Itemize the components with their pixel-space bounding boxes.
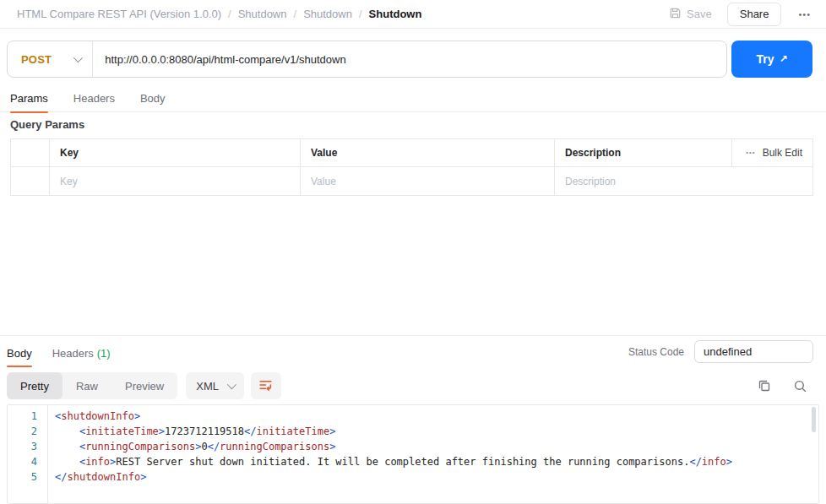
top-bar: HTML Compare REST API (Version 1.0.0)/Sh… xyxy=(0,0,826,29)
view-mode-segmented-control: PrettyRawPreview xyxy=(7,372,177,399)
search-icon[interactable] xyxy=(793,379,807,393)
breadcrumb-separator: / xyxy=(359,8,362,20)
bulk-edit-icon: ••• xyxy=(746,149,755,156)
toolbar-right xyxy=(758,379,819,393)
save-icon xyxy=(669,7,682,22)
topbar-actions: Save Share ••• xyxy=(669,3,812,26)
query-params-table: Key Value Description ••• Bulk Edit Key … xyxy=(10,138,813,196)
description-column-header: Description xyxy=(555,139,732,166)
try-label: Try xyxy=(756,52,774,66)
api-client-page: HTML Compare REST API (Version 1.0.0)/Sh… xyxy=(0,0,826,504)
code-line: <initiateTime>1723712119518</initiateTim… xyxy=(55,424,812,439)
code-line: <shutdownInfo> xyxy=(55,409,812,424)
description-input[interactable]: Description xyxy=(555,167,812,195)
response-tabs: BodyHeaders(1) xyxy=(7,340,111,366)
view-mode-raw[interactable]: Raw xyxy=(62,372,111,399)
tab-params[interactable]: Params xyxy=(10,84,48,112)
share-button[interactable]: Share xyxy=(727,3,782,26)
code-line: <info>REST Server shut down initiated. I… xyxy=(55,454,812,469)
method-label: POST xyxy=(21,53,52,66)
breadcrumb-item[interactable]: Shutdown xyxy=(303,8,352,20)
table-header-row: Key Value Description ••• Bulk Edit xyxy=(11,139,812,167)
chevron-down-icon xyxy=(73,53,83,62)
line-number: 3 xyxy=(8,439,47,454)
format-icon xyxy=(258,377,273,395)
language-label: XML xyxy=(196,380,219,393)
tab-body[interactable]: Body xyxy=(140,84,166,112)
status-code-wrap: Status Code xyxy=(628,340,813,363)
headers-count-badge: (1) xyxy=(97,347,111,360)
bulk-edit-button[interactable]: ••• Bulk Edit xyxy=(732,139,812,166)
format-button[interactable] xyxy=(251,372,281,399)
line-number: 4 xyxy=(8,454,47,469)
save-label: Save xyxy=(687,8,712,20)
line-number-gutter: 12345 xyxy=(8,405,48,503)
response-body-editor[interactable]: 12345 <shutdownInfo> <initiateTime>17237… xyxy=(7,404,819,504)
active-tab-underline xyxy=(7,366,32,367)
response-toolbar: PrettyRawPreview XML xyxy=(7,372,819,399)
line-number: 5 xyxy=(8,469,47,485)
save-button[interactable]: Save xyxy=(669,7,712,22)
breadcrumb: HTML Compare REST API (Version 1.0.0)/Sh… xyxy=(17,8,421,20)
copy-button[interactable] xyxy=(758,379,771,393)
checkbox-column-header xyxy=(11,139,50,166)
view-mode-preview[interactable]: Preview xyxy=(111,372,177,399)
breadcrumb-separator: / xyxy=(228,8,231,20)
value-column-header: Value xyxy=(301,139,555,166)
code-line: </shutdownInfo> xyxy=(55,469,812,485)
response-divider xyxy=(0,335,826,336)
bulk-edit-label: Bulk Edit xyxy=(763,147,802,159)
line-number: 2 xyxy=(8,424,47,439)
request-tabs: ParamsHeadersBody xyxy=(0,84,826,112)
arrow-up-right-icon: ↗ xyxy=(779,53,787,65)
key-column-header: Key xyxy=(50,139,301,166)
method-select[interactable]: POST xyxy=(8,41,93,77)
query-params-title: Query Params xyxy=(10,118,84,131)
code-line: <runningComparisons>0</runningComparison… xyxy=(55,439,812,454)
row-checkbox-cell[interactable] xyxy=(11,167,50,195)
value-input[interactable]: Value xyxy=(301,167,555,195)
code-lines: <shutdownInfo> <initiateTime>17237121195… xyxy=(48,405,818,503)
response-tab-headers[interactable]: Headers(1) xyxy=(52,340,111,366)
breadcrumb-separator: / xyxy=(294,8,297,20)
breadcrumb-item[interactable]: Shutdown xyxy=(238,8,287,20)
breadcrumb-item: Shutdown xyxy=(369,8,422,20)
breadcrumb-item[interactable]: HTML Compare REST API (Version 1.0.0) xyxy=(17,8,221,20)
editor-scrollbar[interactable] xyxy=(812,407,816,432)
response-tab-body[interactable]: Body xyxy=(7,340,32,366)
key-input[interactable]: Key xyxy=(50,167,301,195)
table-row: Key Value Description xyxy=(11,167,812,195)
status-code-input[interactable] xyxy=(694,340,813,363)
chevron-down-icon xyxy=(227,380,236,389)
more-options-icon[interactable]: ••• xyxy=(796,9,812,19)
request-bar: POST xyxy=(7,41,727,78)
active-tab-underline xyxy=(10,111,48,113)
try-button[interactable]: Try ↗ xyxy=(731,41,812,78)
status-code-label: Status Code xyxy=(628,346,684,358)
view-mode-pretty[interactable]: Pretty xyxy=(7,372,62,399)
url-input[interactable] xyxy=(93,53,726,66)
line-number: 1 xyxy=(8,409,47,424)
tab-headers[interactable]: Headers xyxy=(73,84,115,112)
language-select[interactable]: XML xyxy=(186,372,244,399)
